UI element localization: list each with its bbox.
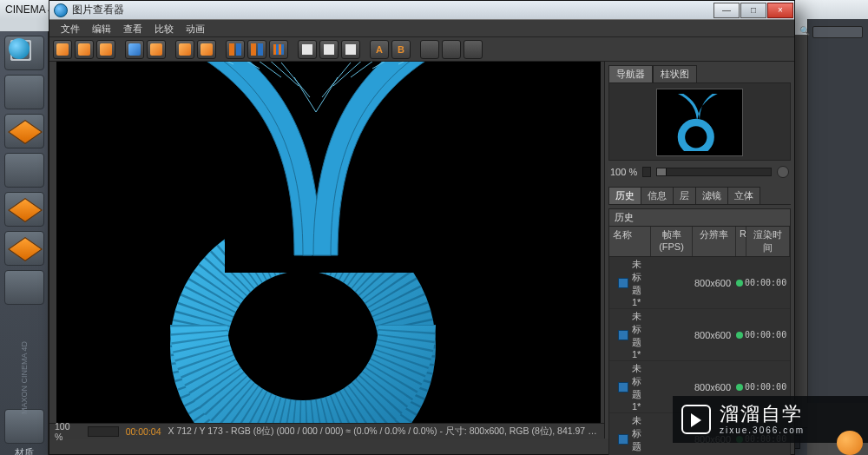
row-res: 800x600	[691, 382, 734, 392]
tool-grid-icon[interactable]	[4, 75, 44, 109]
col-res[interactable]: 分辨率	[693, 227, 736, 256]
row-name: 未标题 1*	[632, 310, 649, 359]
folder-icon[interactable]	[96, 40, 115, 59]
row-res: 800x600	[691, 278, 734, 288]
maximize-button[interactable]: □	[740, 3, 766, 18]
render-thumb-icon	[618, 330, 628, 340]
nav-end-icon[interactable]	[464, 40, 483, 59]
watermark-badge-icon	[837, 431, 863, 455]
zoom-stepper[interactable]	[88, 426, 119, 437]
row-time: 00:00:00	[745, 330, 788, 340]
row-status-icon	[734, 382, 745, 392]
status-time: 00:00:04	[126, 426, 161, 437]
mark-b-icon[interactable]: B	[391, 40, 411, 59]
svg-point-3	[681, 122, 711, 151]
close-button[interactable]: ×	[767, 3, 793, 18]
menu-file[interactable]: 文件	[55, 20, 86, 36]
col-r[interactable]: R	[736, 227, 746, 256]
save-icon[interactable]	[75, 40, 94, 59]
navigator-panel	[608, 82, 791, 161]
tab-info[interactable]: 信息	[641, 187, 674, 204]
parent-right-panel	[807, 19, 868, 403]
row-name: 未标题 1*	[632, 258, 649, 307]
thumb-zoom-stepper[interactable]	[642, 167, 651, 177]
tool-deformer-icon[interactable]	[4, 231, 44, 266]
fullscreen-icon[interactable]	[125, 40, 144, 59]
status-bar: 100 % 00:00:04 X 712 / Y 173 - RGB (8位) …	[49, 423, 604, 439]
menu-edit[interactable]: 编辑	[86, 20, 117, 36]
parent-left-toolbar: 材质 MAXON CINEMA 4D	[0, 31, 49, 455]
tool-cube-icon[interactable]	[4, 114, 44, 148]
lock-icon[interactable]	[147, 40, 166, 59]
parent-search[interactable]	[812, 26, 863, 38]
status-info: X 712 / Y 173 - RGB (8位) (000 / 000 / 00…	[168, 425, 599, 438]
navigator-thumbnail[interactable]	[656, 89, 743, 156]
row-time: 00:00:00	[745, 278, 788, 287]
watermark-sub: zixue.3066.com	[720, 425, 805, 435]
toolbar: A B	[49, 37, 794, 62]
menubar: 文件 编辑 查看 比较 动画	[49, 20, 794, 37]
col-time[interactable]: 渲染时间	[746, 227, 790, 256]
render-thumb-icon	[618, 434, 628, 445]
row-time: 00:00:00	[745, 382, 788, 392]
channel-a-icon[interactable]	[175, 40, 194, 59]
history-row[interactable]: 未标题 1*800x60000:00:00	[609, 257, 790, 309]
tool-checker-icon[interactable]	[4, 153, 44, 188]
render-thumb-icon	[618, 278, 628, 288]
col-name[interactable]: 名称	[609, 227, 651, 256]
histogram-icon[interactable]	[298, 40, 317, 59]
compare-side-icon[interactable]	[247, 40, 266, 59]
row-res: 800x600	[691, 330, 734, 340]
nav-prev-icon[interactable]	[420, 40, 439, 59]
tab-history[interactable]: 历史	[608, 187, 641, 204]
thumb-zoom-label: 100 %	[610, 167, 637, 177]
nav-next-icon[interactable]	[442, 40, 461, 59]
tab-stereo[interactable]: 立体	[727, 187, 760, 204]
row-name: 未标题 1*	[632, 362, 649, 412]
picture-viewer-window: 图片查看器 — □ × 文件 编辑 查看 比较 动画 A B	[49, 0, 795, 455]
row-status-icon	[734, 278, 745, 288]
filter-icon[interactable]	[341, 40, 360, 59]
render-thumb-icon	[618, 382, 628, 392]
thumb-zoom-slider[interactable]	[656, 168, 772, 176]
tab-navigator[interactable]: 导航器	[608, 65, 653, 82]
menu-view[interactable]: 查看	[117, 20, 148, 36]
open-icon[interactable]	[53, 40, 72, 59]
tool-primitive-icon[interactable]	[4, 192, 44, 227]
status-zoom[interactable]: 100 %	[55, 421, 81, 442]
tool-misc-icon[interactable]	[4, 270, 44, 305]
history-header: 名称 帧率(FPS) 分辨率 R 渲染时间	[609, 227, 790, 257]
tab-structure[interactable]: 桂状图	[653, 65, 697, 82]
channel-b-icon[interactable]	[197, 40, 216, 59]
minimize-button[interactable]: —	[713, 3, 740, 18]
right-panel: 导航器 桂状图 100 % 历史 信息 层	[605, 62, 794, 439]
thumb-zoom-fit-icon[interactable]	[777, 166, 789, 178]
row-name: 未标题 1*	[632, 414, 649, 455]
history-section-label: 历史	[608, 208, 791, 226]
history-row[interactable]: 未标题 1*800x60000:00:00	[609, 309, 790, 361]
render-viewport[interactable]	[56, 62, 601, 423]
tab-layer[interactable]: 层	[673, 187, 696, 204]
row-status-icon	[734, 330, 745, 340]
col-fps[interactable]: 帧率(FPS)	[651, 227, 693, 256]
menu-compare[interactable]: 比较	[148, 20, 180, 36]
watermark-play-icon	[681, 405, 711, 434]
watermark-title: 溜溜自学	[720, 405, 805, 424]
window-title: 图片查看器	[72, 3, 713, 17]
maxon-brand: MAXON CINEMA 4D	[0, 316, 49, 455]
info-icon[interactable]	[319, 40, 339, 59]
watermark: 溜溜自学 zixue.3066.com	[673, 396, 868, 443]
app-icon	[54, 3, 68, 17]
compare-split-icon[interactable]	[226, 40, 245, 59]
titlebar[interactable]: 图片查看器 — □ ×	[49, 1, 794, 20]
rendered-image	[86, 62, 572, 423]
viewport-area: 100 % 00:00:04 X 712 / Y 173 - RGB (8位) …	[49, 62, 605, 439]
menu-anim[interactable]: 动画	[180, 20, 211, 36]
tab-filter[interactable]: 滤镜	[695, 187, 728, 204]
mark-a-icon[interactable]: A	[370, 40, 389, 59]
compare-wipe-icon[interactable]	[269, 40, 288, 59]
